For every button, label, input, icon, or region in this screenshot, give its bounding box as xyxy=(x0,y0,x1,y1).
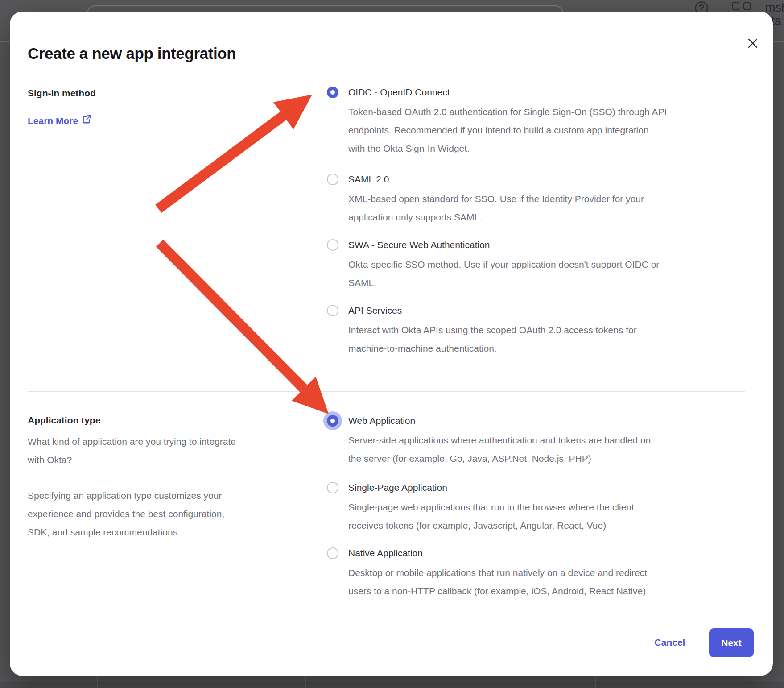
option-description-oidc: Token-based OAuth 2.0 authentication for… xyxy=(348,103,710,157)
next-button[interactable]: Next xyxy=(709,628,754,657)
section-heading-sign-in-method: Sign-in method xyxy=(28,87,96,100)
option-label-native-application[interactable]: Native Application xyxy=(348,547,710,560)
cancel-button[interactable]: Cancel xyxy=(651,636,689,649)
option-label-single-page-application[interactable]: Single-Page Application xyxy=(348,481,710,494)
option-label-saml[interactable]: SAML 2.0 xyxy=(348,173,710,186)
option-label-web-application[interactable]: Web Application xyxy=(348,414,710,427)
radio-web-application-selected[interactable] xyxy=(327,415,338,427)
close-icon xyxy=(747,37,759,51)
background-footer-band xyxy=(0,682,784,688)
option-description-api-services: Interact with Okta APIs using the scoped… xyxy=(348,321,710,357)
application-type-help-text: Specifying an application type customize… xyxy=(28,486,295,541)
learn-more-link[interactable]: Learn More xyxy=(28,114,92,128)
option-api-services[interactable]: API Services Interact with Okta APIs usi… xyxy=(327,304,710,357)
radio-saml[interactable] xyxy=(327,174,338,185)
option-description-native-application: Desktop or mobile applications that run … xyxy=(348,564,710,600)
option-saml[interactable]: SAML 2.0 XML-based open standard for SSO… xyxy=(327,173,710,226)
option-single-page-application[interactable]: Single-Page Application Single-page web … xyxy=(327,481,710,535)
option-label-swa[interactable]: SWA - Secure Web Authentication xyxy=(348,238,710,252)
option-label-api-services[interactable]: API Services xyxy=(348,304,710,317)
section-divider xyxy=(28,391,745,392)
radio-single-page-application[interactable] xyxy=(327,482,338,493)
radio-api-services[interactable] xyxy=(327,305,338,316)
background-username-line1: msh xyxy=(765,1,784,14)
option-description-single-page-application: Single-page web applications that run in… xyxy=(348,498,710,535)
apps-grid-icon xyxy=(732,2,752,12)
external-link-icon xyxy=(82,114,92,128)
application-type-question-text: What kind of application are you trying … xyxy=(28,432,295,469)
option-oidc[interactable]: OIDC - OpenID Connect Token-based OAuth … xyxy=(327,86,710,157)
learn-more-label: Learn More xyxy=(28,114,78,128)
option-description-web-application: Server-side applications where authentic… xyxy=(348,431,710,468)
option-native-application[interactable]: Native Application Desktop or mobile app… xyxy=(327,547,710,600)
radio-swa[interactable] xyxy=(327,239,338,251)
page: msh kta Create a new app integration Sig… xyxy=(0,0,784,688)
option-swa[interactable]: SWA - Secure Web Authentication Okta-spe… xyxy=(327,238,710,292)
option-description-swa: Okta-specific SSO method. Use if your ap… xyxy=(348,255,710,292)
option-description-saml: XML-based open standard for SSO. Use if … xyxy=(348,190,710,226)
dialog-title: Create a new app integration xyxy=(28,45,236,62)
radio-native-application[interactable] xyxy=(327,547,338,559)
option-label-oidc[interactable]: OIDC - OpenID Connect xyxy=(348,86,710,99)
create-app-integration-dialog: Create a new app integration Sign-in met… xyxy=(10,12,773,676)
radio-oidc-selected[interactable] xyxy=(327,87,338,98)
option-web-application[interactable]: Web Application Server-side applications… xyxy=(327,414,710,468)
section-heading-application-type: Application type xyxy=(28,414,100,427)
close-button[interactable] xyxy=(740,31,765,56)
